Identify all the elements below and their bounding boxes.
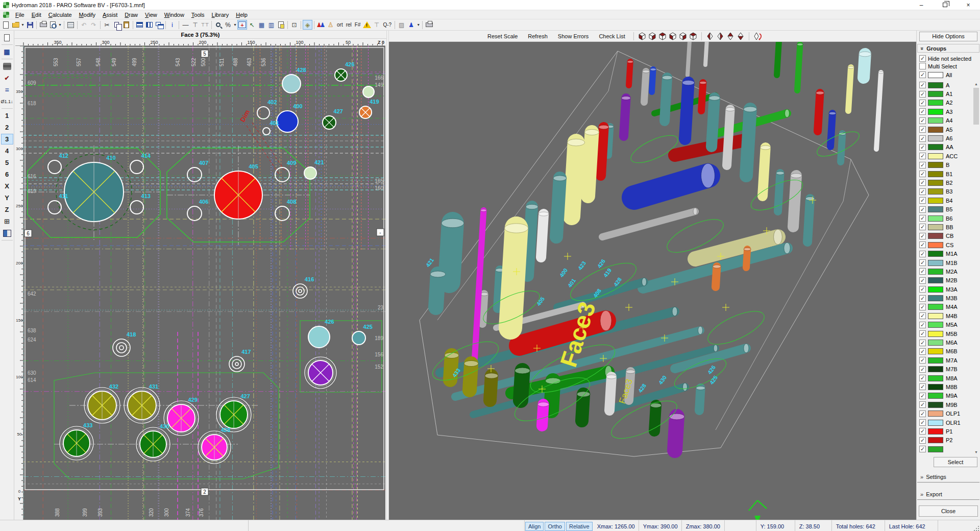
copy-button[interactable] [112, 20, 121, 30]
group-row-m7a[interactable]: ✓M7A [919, 356, 980, 365]
hole-table-button[interactable]: ▦ [257, 20, 266, 30]
group-row-m2a[interactable]: ✓M2A [919, 267, 980, 276]
group-row-a6[interactable]: ✓A6 [919, 134, 980, 142]
tile-vertical-button[interactable] [144, 20, 154, 30]
group-row-a4[interactable]: ✓A4 [919, 116, 980, 125]
group-checkbox[interactable]: ✓ [919, 251, 926, 257]
menu-file[interactable]: File [12, 11, 28, 18]
open-dropdown[interactable]: ▾ [20, 22, 25, 27]
group-row-m3a[interactable]: ✓M3A [919, 285, 980, 294]
line-tool-button[interactable]: — [181, 20, 190, 30]
group-checkbox[interactable]: ✓ [919, 197, 926, 204]
relative-mode-button[interactable]: rel [345, 22, 353, 28]
menu-draw[interactable]: Draw [121, 11, 141, 18]
group-row-aa[interactable]: ✓AA [919, 143, 980, 152]
group-checkbox[interactable]: ✓ [919, 215, 926, 222]
probe-button[interactable]: ↖ [247, 20, 257, 30]
menu-calculate[interactable]: Calculate [45, 11, 76, 18]
minimize-button[interactable]: – [910, 0, 933, 10]
rotate-view-icon[interactable] [725, 32, 736, 41]
filter-button[interactable]: ⊤ [372, 20, 381, 30]
group-row-m9a[interactable]: ✓M9A [919, 392, 980, 400]
group-row-m6a[interactable]: ✓M6A [919, 338, 980, 347]
group-checkbox[interactable]: ✓ [919, 286, 926, 293]
deselect-holes-button[interactable]: ♙ [326, 20, 335, 30]
face-number-button[interactable]: F# [353, 22, 362, 28]
group-row-m5b[interactable]: ✓M5B [919, 329, 980, 338]
view-cube-icon[interactable] [657, 32, 668, 41]
group-checkbox[interactable]: ✓ [919, 144, 926, 151]
group-row-m6b[interactable]: ✓M6B [919, 347, 980, 356]
approve-button[interactable]: ✔ [1, 73, 13, 83]
ortho-toggle[interactable]: Ortho [545, 522, 565, 531]
group-row-all[interactable]: ✓ All [919, 71, 952, 79]
grid-button[interactable]: ▥ [266, 20, 276, 30]
show-errors-button[interactable]: Show Errors [553, 32, 594, 40]
group-row-cs[interactable]: ✓CS [919, 240, 980, 249]
view-cube-icon[interactable] [688, 32, 698, 41]
print-preview-button[interactable] [48, 20, 58, 30]
group-checkbox[interactable]: ✓ [919, 242, 926, 248]
group-checkbox[interactable]: ✓ [919, 277, 926, 284]
transfer-button[interactable]: ⊡ [289, 20, 299, 30]
new-file-button[interactable] [1, 20, 11, 30]
person-button[interactable]: ♟ [406, 20, 416, 30]
face-button-1[interactable]: 1 [1, 110, 13, 121]
group-row-cb[interactable]: ✓CB [919, 232, 980, 240]
view-cube-icon[interactable] [678, 32, 688, 41]
report-button[interactable] [276, 20, 286, 30]
group-row-p1[interactable]: ✓P1 [919, 427, 980, 436]
print-preview-dropdown[interactable]: ▾ [58, 22, 62, 27]
menu-library[interactable]: Library [208, 11, 233, 18]
redo-button[interactable]: ↷ [89, 20, 99, 30]
new-view-button[interactable] [1, 32, 13, 43]
paste-button[interactable] [121, 20, 131, 30]
relative-toggle[interactable]: Relative [566, 522, 593, 531]
hole-marker[interactable] [305, 357, 336, 389]
hole-table-sidebar-button[interactable]: ▦ [1, 46, 13, 57]
group-row-m4b[interactable]: ✓M4B [919, 311, 980, 320]
group-row-olp1[interactable]: ✓OLP1 [919, 409, 980, 418]
menu-help[interactable]: Help [232, 11, 251, 18]
group-row-a3[interactable]: ✓A3 [919, 107, 980, 116]
group-checkbox[interactable]: ✓ [919, 411, 926, 417]
group-row-olr1[interactable]: ✓OLR1 [919, 418, 980, 427]
resize-grip[interactable] [973, 525, 980, 531]
save-button[interactable] [25, 20, 35, 30]
group-row-m2b[interactable]: ✓M2B [919, 276, 980, 285]
group-checkbox[interactable]: ✓ [919, 375, 926, 381]
view-cube-icon[interactable] [647, 32, 657, 41]
dimension-double-tool-button[interactable]: ⊤⊤ [200, 20, 210, 30]
group-row-a5[interactable]: ✓A5 [919, 125, 980, 134]
cad-2d-view[interactable]: 4284264004024014274194214104124144114134… [23, 46, 385, 520]
hide-not-selected-row[interactable]: ✓ Hide not selected [919, 55, 971, 62]
restore-button[interactable] [933, 0, 957, 10]
group-row-m4a[interactable]: ✓M4A [919, 303, 980, 311]
undo-button[interactable]: ↶ [79, 20, 89, 30]
zoom-percent-dropdown[interactable]: ▾ [233, 22, 237, 27]
hide-options-button[interactable]: Hide Options [919, 32, 977, 41]
group-checkbox[interactable]: ✓ [919, 188, 926, 195]
group-checkbox[interactable]: ✓ [919, 108, 926, 115]
view-cube-icon[interactable] [668, 32, 678, 41]
group-checkbox[interactable]: ✓ [919, 268, 926, 275]
group-checkbox[interactable]: ✓ [919, 91, 926, 98]
group-row-m8a[interactable]: ✓M8A [919, 374, 980, 382]
view-cube-icon[interactable] [637, 32, 647, 41]
face-button-6[interactable]: 6 [1, 169, 13, 180]
rotate-view-icon[interactable] [705, 32, 715, 41]
cad-3d-view[interactable]: 4214004014234194264284054084254264304334… [389, 42, 916, 520]
group-row-b1[interactable]: ✓B1 [919, 170, 980, 178]
multi-select-checkbox[interactable] [919, 63, 926, 69]
tile-horizontal-button[interactable] [135, 20, 144, 30]
multi-select-row[interactable]: Multi Select [919, 62, 957, 70]
lamp-button[interactable]: ◈ [303, 20, 312, 30]
fit-view-button[interactable]: + [237, 20, 247, 30]
group-checkbox[interactable]: ✓ [919, 179, 926, 186]
info-button[interactable]: i [167, 20, 177, 30]
export-expander[interactable]: » Export [917, 489, 979, 500]
group-row-b[interactable]: ✓B [919, 161, 980, 170]
group-checkbox[interactable]: ✓ [919, 117, 926, 124]
warning-button[interactable] [362, 20, 372, 30]
group-checkbox[interactable]: ✓ [919, 206, 926, 213]
